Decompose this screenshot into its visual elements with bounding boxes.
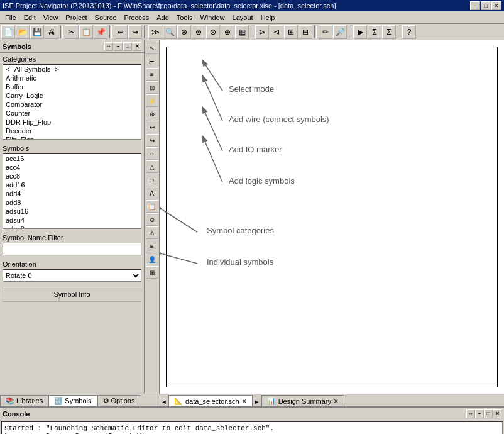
toolbar-btn11[interactable]: ✏ bbox=[319, 25, 332, 39]
tab-scroll-left[interactable]: ◄ bbox=[160, 398, 168, 406]
console-max-btn[interactable]: □ bbox=[484, 409, 493, 418]
close-btn[interactable]: ✕ bbox=[491, 1, 501, 10]
symbol-add16[interactable]: add16 bbox=[3, 181, 141, 189]
toolbar-cut[interactable]: ✂ bbox=[65, 25, 79, 39]
category-arithmetic[interactable]: Arithmetic bbox=[3, 74, 141, 82]
side-text-btn[interactable]: A bbox=[146, 187, 158, 199]
panel-max-btn[interactable]: □ bbox=[123, 42, 132, 51]
toolbar-new[interactable]: 📄 bbox=[1, 25, 15, 39]
toolbar-run[interactable]: ▶ bbox=[353, 25, 367, 39]
design-summary-close[interactable]: ✕ bbox=[334, 398, 339, 404]
category-ddr-flipflop[interactable]: DDR Flip_Flop bbox=[3, 118, 141, 126]
side-zoom-btn[interactable]: ○ bbox=[146, 147, 158, 160]
menu-file[interactable]: File bbox=[1, 13, 20, 23]
tab-options[interactable]: ⚙ Options bbox=[97, 395, 141, 406]
side-drc-btn[interactable]: ≡ bbox=[146, 240, 158, 252]
menu-edit[interactable]: Edit bbox=[20, 13, 40, 23]
side-warn-btn[interactable]: ⚠ bbox=[146, 226, 158, 239]
side-select-btn[interactable]: ↖ bbox=[146, 42, 158, 54]
category-flipflop[interactable]: Flip_Flop bbox=[3, 135, 141, 140]
toolbar-btn10[interactable]: ⊟ bbox=[299, 25, 312, 39]
side-undo-btn[interactable]: ↪ bbox=[146, 134, 158, 147]
menu-layout[interactable]: Layout bbox=[229, 13, 257, 23]
toolbar-step[interactable]: Σ bbox=[382, 25, 396, 39]
panel-float-btn[interactable]: ↔ bbox=[104, 42, 113, 51]
menu-project[interactable]: Project bbox=[62, 13, 90, 23]
side-line-btn[interactable]: △ bbox=[146, 160, 158, 173]
symbol-info-button[interactable]: Symbol Info bbox=[3, 287, 141, 302]
toolbar-btn4[interactable]: ⊙ bbox=[206, 25, 220, 39]
side-wire-btn[interactable]: ⊢ bbox=[146, 55, 158, 67]
side-grid-btn[interactable]: ⊞ bbox=[146, 266, 158, 279]
toolbar-search[interactable]: 🔍 bbox=[163, 25, 177, 39]
side-io-btn[interactable]: ⊡ bbox=[146, 81, 158, 94]
menu-tools[interactable]: Tools bbox=[173, 13, 197, 23]
menu-window[interactable]: Window bbox=[196, 13, 228, 23]
maximize-btn[interactable]: □ bbox=[481, 1, 491, 10]
toolbar-undo[interactable]: ↩ bbox=[114, 25, 128, 39]
category-counter[interactable]: Counter bbox=[3, 109, 141, 118]
console-float-btn[interactable]: ↔ bbox=[466, 409, 475, 418]
symbol-name-filter[interactable] bbox=[3, 243, 141, 255]
toolbar-stop[interactable]: Σ bbox=[368, 25, 381, 39]
side-rect-btn[interactable]: □ bbox=[146, 174, 158, 186]
side-rotate-btn[interactable]: ↩ bbox=[146, 121, 158, 133]
symbol-adsu8[interactable]: adsu8 bbox=[3, 225, 141, 229]
toolbar-copy[interactable]: 📋 bbox=[79, 25, 93, 39]
toolbar-save[interactable]: 💾 bbox=[30, 25, 44, 39]
symbol-acc4[interactable]: acc4 bbox=[3, 163, 141, 172]
category-decoder[interactable]: Decoder bbox=[3, 126, 141, 135]
symbol-adsu4[interactable]: adsu4 bbox=[3, 216, 141, 225]
side-bus-btn[interactable]: ≡ bbox=[146, 68, 158, 81]
category-all[interactable]: <--All Symbols--> bbox=[3, 65, 141, 74]
categories-listbox[interactable]: <--All Symbols--> Arithmetic Buffer Carr… bbox=[3, 64, 141, 140]
toolbar-btn1[interactable]: ≫ bbox=[148, 25, 162, 39]
console-close-btn[interactable]: ✕ bbox=[493, 409, 501, 418]
toolbar-print[interactable]: 🖨 bbox=[45, 25, 58, 39]
symbol-acc16[interactable]: acc16 bbox=[3, 154, 141, 163]
orientation-select[interactable]: Rotate 0 Rotate 90 Rotate 180 Rotate 270 bbox=[3, 269, 141, 282]
tab-scroll-right[interactable]: ► bbox=[253, 398, 261, 406]
side-port-btn[interactable]: ⚡ bbox=[146, 94, 158, 107]
side-attr-btn[interactable]: 📋 bbox=[146, 200, 158, 213]
panel-close-btn[interactable]: ✕ bbox=[133, 42, 141, 51]
tab-data-selector[interactable]: 📐 data_selector.sch ✕ bbox=[168, 395, 253, 406]
toolbar-btn9[interactable]: ⊞ bbox=[284, 25, 298, 39]
side-user-btn[interactable]: 👤 bbox=[146, 253, 158, 265]
tab-design-summary[interactable]: 📊 Design Summary ✕ bbox=[261, 395, 344, 406]
toolbar-paste[interactable]: 📌 bbox=[94, 25, 107, 39]
symbol-add4[interactable]: add4 bbox=[3, 189, 141, 198]
toolbar-sep7 bbox=[398, 26, 400, 38]
side-pin-btn[interactable]: ⊙ bbox=[146, 213, 158, 226]
tab-symbols[interactable]: 🔣 Symbols bbox=[48, 395, 97, 406]
symbols-listbox[interactable]: acc16 acc4 acc8 add16 add4 add8 adsu16 a… bbox=[3, 153, 141, 229]
toolbar-btn5[interactable]: ⊕ bbox=[221, 25, 234, 39]
toolbar-btn7[interactable]: ⊳ bbox=[255, 25, 269, 39]
console-minimize-btn[interactable]: − bbox=[475, 409, 484, 418]
symbol-add8[interactable]: add8 bbox=[3, 198, 141, 207]
schematic-area[interactable]: Select mode Add wire (connect symbols) A… bbox=[160, 40, 504, 394]
tab-libraries[interactable]: 📚 Libraries bbox=[0, 395, 48, 406]
side-logic-btn[interactable]: ⊕ bbox=[146, 108, 158, 120]
menu-help[interactable]: Help bbox=[257, 13, 279, 23]
toolbar-btn3[interactable]: ⊗ bbox=[192, 25, 205, 39]
menu-view[interactable]: View bbox=[40, 13, 62, 23]
toolbar-open[interactable]: 📂 bbox=[16, 25, 30, 39]
minimize-btn[interactable]: − bbox=[470, 1, 480, 10]
menu-add[interactable]: Add bbox=[153, 13, 173, 23]
symbol-acc8[interactable]: acc8 bbox=[3, 172, 141, 181]
toolbar-btn2[interactable]: ⊕ bbox=[177, 25, 191, 39]
toolbar-btn8[interactable]: ⊲ bbox=[270, 25, 283, 39]
toolbar-btn12[interactable]: 🔎 bbox=[333, 25, 347, 39]
category-buffer[interactable]: Buffer bbox=[3, 82, 141, 91]
menu-process[interactable]: Process bbox=[120, 13, 153, 23]
schematic-tab-close[interactable]: ✕ bbox=[242, 398, 247, 404]
toolbar-redo[interactable]: ↪ bbox=[128, 25, 142, 39]
category-comparator[interactable]: Comparator bbox=[3, 100, 141, 109]
symbol-adsu16[interactable]: adsu16 bbox=[3, 207, 141, 216]
menu-source[interactable]: Source bbox=[91, 13, 121, 23]
category-carry-logic[interactable]: Carry_Logic bbox=[3, 91, 141, 100]
toolbar-btn6[interactable]: ▦ bbox=[235, 25, 249, 39]
panel-minimize-btn[interactable]: − bbox=[114, 42, 123, 51]
toolbar-help[interactable]: ? bbox=[402, 25, 416, 39]
